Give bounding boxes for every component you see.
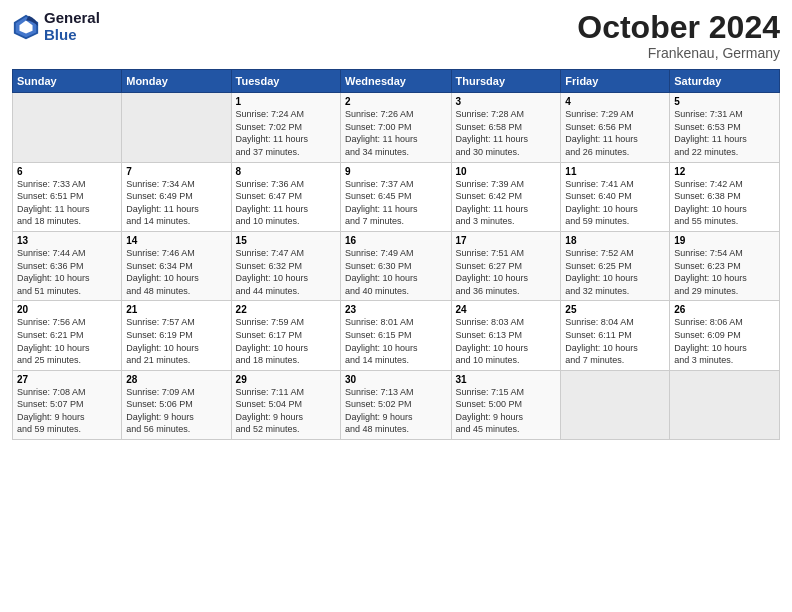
calendar-table: SundayMondayTuesdayWednesdayThursdayFrid… bbox=[12, 69, 780, 440]
day-number: 1 bbox=[236, 96, 336, 107]
week-row-1: 1Sunrise: 7:24 AMSunset: 7:02 PMDaylight… bbox=[13, 93, 780, 162]
day-number: 9 bbox=[345, 166, 446, 177]
day-info: Sunrise: 7:34 AMSunset: 6:49 PMDaylight:… bbox=[126, 178, 226, 228]
day-number: 28 bbox=[126, 374, 226, 385]
logo-general-text: General bbox=[44, 10, 100, 27]
calendar-cell: 31Sunrise: 7:15 AMSunset: 5:00 PMDayligh… bbox=[451, 370, 561, 439]
week-row-3: 13Sunrise: 7:44 AMSunset: 6:36 PMDayligh… bbox=[13, 231, 780, 300]
day-info: Sunrise: 7:39 AMSunset: 6:42 PMDaylight:… bbox=[456, 178, 557, 228]
day-info: Sunrise: 7:08 AMSunset: 5:07 PMDaylight:… bbox=[17, 386, 117, 436]
day-number: 23 bbox=[345, 304, 446, 315]
day-info: Sunrise: 7:09 AMSunset: 5:06 PMDaylight:… bbox=[126, 386, 226, 436]
day-number: 8 bbox=[236, 166, 336, 177]
day-info: Sunrise: 7:15 AMSunset: 5:00 PMDaylight:… bbox=[456, 386, 557, 436]
day-info: Sunrise: 7:44 AMSunset: 6:36 PMDaylight:… bbox=[17, 247, 117, 297]
calendar-cell: 26Sunrise: 8:06 AMSunset: 6:09 PMDayligh… bbox=[670, 301, 780, 370]
day-number: 12 bbox=[674, 166, 775, 177]
day-info: Sunrise: 7:33 AMSunset: 6:51 PMDaylight:… bbox=[17, 178, 117, 228]
calendar-cell: 7Sunrise: 7:34 AMSunset: 6:49 PMDaylight… bbox=[122, 162, 231, 231]
day-info: Sunrise: 8:01 AMSunset: 6:15 PMDaylight:… bbox=[345, 316, 446, 366]
calendar-header-row: SundayMondayTuesdayWednesdayThursdayFrid… bbox=[13, 70, 780, 93]
day-info: Sunrise: 7:37 AMSunset: 6:45 PMDaylight:… bbox=[345, 178, 446, 228]
day-info: Sunrise: 7:24 AMSunset: 7:02 PMDaylight:… bbox=[236, 108, 336, 158]
day-info: Sunrise: 7:57 AMSunset: 6:19 PMDaylight:… bbox=[126, 316, 226, 366]
calendar-cell: 20Sunrise: 7:56 AMSunset: 6:21 PMDayligh… bbox=[13, 301, 122, 370]
calendar-cell: 28Sunrise: 7:09 AMSunset: 5:06 PMDayligh… bbox=[122, 370, 231, 439]
calendar-cell bbox=[122, 93, 231, 162]
day-number: 7 bbox=[126, 166, 226, 177]
calendar-cell: 21Sunrise: 7:57 AMSunset: 6:19 PMDayligh… bbox=[122, 301, 231, 370]
day-number: 2 bbox=[345, 96, 446, 107]
week-row-4: 20Sunrise: 7:56 AMSunset: 6:21 PMDayligh… bbox=[13, 301, 780, 370]
day-number: 5 bbox=[674, 96, 775, 107]
day-header-sunday: Sunday bbox=[13, 70, 122, 93]
day-info: Sunrise: 7:26 AMSunset: 7:00 PMDaylight:… bbox=[345, 108, 446, 158]
week-row-5: 27Sunrise: 7:08 AMSunset: 5:07 PMDayligh… bbox=[13, 370, 780, 439]
day-info: Sunrise: 7:52 AMSunset: 6:25 PMDaylight:… bbox=[565, 247, 665, 297]
day-info: Sunrise: 7:28 AMSunset: 6:58 PMDaylight:… bbox=[456, 108, 557, 158]
day-header-wednesday: Wednesday bbox=[341, 70, 451, 93]
day-number: 21 bbox=[126, 304, 226, 315]
day-info: Sunrise: 7:49 AMSunset: 6:30 PMDaylight:… bbox=[345, 247, 446, 297]
title-area: October 2024 Frankenau, Germany bbox=[577, 10, 780, 61]
day-info: Sunrise: 8:06 AMSunset: 6:09 PMDaylight:… bbox=[674, 316, 775, 366]
month-title: October 2024 bbox=[577, 10, 780, 45]
day-number: 25 bbox=[565, 304, 665, 315]
day-number: 3 bbox=[456, 96, 557, 107]
day-info: Sunrise: 7:47 AMSunset: 6:32 PMDaylight:… bbox=[236, 247, 336, 297]
calendar-cell: 11Sunrise: 7:41 AMSunset: 6:40 PMDayligh… bbox=[561, 162, 670, 231]
day-info: Sunrise: 7:59 AMSunset: 6:17 PMDaylight:… bbox=[236, 316, 336, 366]
day-info: Sunrise: 7:41 AMSunset: 6:40 PMDaylight:… bbox=[565, 178, 665, 228]
day-info: Sunrise: 7:11 AMSunset: 5:04 PMDaylight:… bbox=[236, 386, 336, 436]
calendar-cell: 15Sunrise: 7:47 AMSunset: 6:32 PMDayligh… bbox=[231, 231, 340, 300]
day-number: 14 bbox=[126, 235, 226, 246]
day-number: 29 bbox=[236, 374, 336, 385]
calendar-cell: 24Sunrise: 8:03 AMSunset: 6:13 PMDayligh… bbox=[451, 301, 561, 370]
logo: General Blue bbox=[12, 10, 100, 43]
day-number: 4 bbox=[565, 96, 665, 107]
day-number: 24 bbox=[456, 304, 557, 315]
calendar-cell: 5Sunrise: 7:31 AMSunset: 6:53 PMDaylight… bbox=[670, 93, 780, 162]
calendar-cell: 13Sunrise: 7:44 AMSunset: 6:36 PMDayligh… bbox=[13, 231, 122, 300]
calendar-cell: 17Sunrise: 7:51 AMSunset: 6:27 PMDayligh… bbox=[451, 231, 561, 300]
calendar-cell: 29Sunrise: 7:11 AMSunset: 5:04 PMDayligh… bbox=[231, 370, 340, 439]
day-info: Sunrise: 7:31 AMSunset: 6:53 PMDaylight:… bbox=[674, 108, 775, 158]
day-header-monday: Monday bbox=[122, 70, 231, 93]
day-number: 22 bbox=[236, 304, 336, 315]
calendar-cell bbox=[561, 370, 670, 439]
calendar-cell: 8Sunrise: 7:36 AMSunset: 6:47 PMDaylight… bbox=[231, 162, 340, 231]
calendar-cell: 4Sunrise: 7:29 AMSunset: 6:56 PMDaylight… bbox=[561, 93, 670, 162]
day-info: Sunrise: 7:51 AMSunset: 6:27 PMDaylight:… bbox=[456, 247, 557, 297]
day-number: 15 bbox=[236, 235, 336, 246]
day-number: 31 bbox=[456, 374, 557, 385]
calendar-cell: 2Sunrise: 7:26 AMSunset: 7:00 PMDaylight… bbox=[341, 93, 451, 162]
page-container: General Blue October 2024 Frankenau, Ger… bbox=[0, 0, 792, 446]
day-info: Sunrise: 7:36 AMSunset: 6:47 PMDaylight:… bbox=[236, 178, 336, 228]
day-info: Sunrise: 7:46 AMSunset: 6:34 PMDaylight:… bbox=[126, 247, 226, 297]
day-number: 27 bbox=[17, 374, 117, 385]
day-info: Sunrise: 7:56 AMSunset: 6:21 PMDaylight:… bbox=[17, 316, 117, 366]
calendar-cell: 30Sunrise: 7:13 AMSunset: 5:02 PMDayligh… bbox=[341, 370, 451, 439]
calendar-cell: 16Sunrise: 7:49 AMSunset: 6:30 PMDayligh… bbox=[341, 231, 451, 300]
calendar-cell: 6Sunrise: 7:33 AMSunset: 6:51 PMDaylight… bbox=[13, 162, 122, 231]
calendar-cell: 12Sunrise: 7:42 AMSunset: 6:38 PMDayligh… bbox=[670, 162, 780, 231]
day-number: 6 bbox=[17, 166, 117, 177]
day-number: 10 bbox=[456, 166, 557, 177]
location-text: Frankenau, Germany bbox=[577, 45, 780, 61]
calendar-cell: 25Sunrise: 8:04 AMSunset: 6:11 PMDayligh… bbox=[561, 301, 670, 370]
calendar-cell: 10Sunrise: 7:39 AMSunset: 6:42 PMDayligh… bbox=[451, 162, 561, 231]
day-number: 16 bbox=[345, 235, 446, 246]
page-header: General Blue October 2024 Frankenau, Ger… bbox=[12, 10, 780, 61]
calendar-cell: 14Sunrise: 7:46 AMSunset: 6:34 PMDayligh… bbox=[122, 231, 231, 300]
calendar-cell bbox=[13, 93, 122, 162]
day-number: 26 bbox=[674, 304, 775, 315]
day-number: 17 bbox=[456, 235, 557, 246]
calendar-cell: 22Sunrise: 7:59 AMSunset: 6:17 PMDayligh… bbox=[231, 301, 340, 370]
day-header-saturday: Saturday bbox=[670, 70, 780, 93]
calendar-cell: 23Sunrise: 8:01 AMSunset: 6:15 PMDayligh… bbox=[341, 301, 451, 370]
day-info: Sunrise: 7:13 AMSunset: 5:02 PMDaylight:… bbox=[345, 386, 446, 436]
logo-text: General Blue bbox=[44, 10, 100, 43]
calendar-cell: 18Sunrise: 7:52 AMSunset: 6:25 PMDayligh… bbox=[561, 231, 670, 300]
day-number: 30 bbox=[345, 374, 446, 385]
logo-blue-text: Blue bbox=[44, 27, 100, 44]
